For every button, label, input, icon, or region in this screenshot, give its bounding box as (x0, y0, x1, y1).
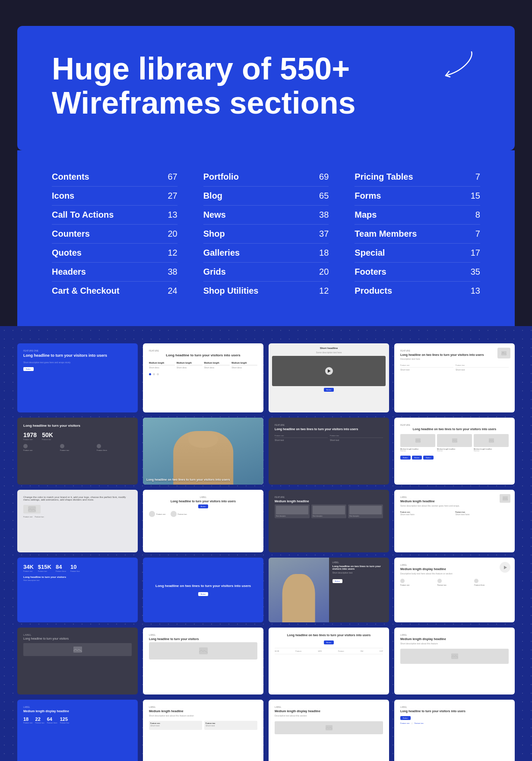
toc-item-icons[interactable]: Icons 27 (52, 187, 177, 206)
card1-btn[interactable]: Button (23, 367, 34, 371)
card16-icon1 (400, 579, 405, 583)
toc-item-news[interactable]: News 38 (203, 206, 329, 225)
toc-item-grids[interactable]: Grids 20 (203, 263, 329, 282)
card7-f2: Feature two (330, 434, 383, 437)
card24-link2b[interactable]: Feature two (415, 722, 424, 724)
card21-stat4: 125 (60, 717, 70, 722)
card2-headline: Long headline to turn your visitors into… (149, 353, 257, 357)
card19-nav6: 6.97 (380, 650, 383, 652)
toc-item-cta[interactable]: Call To Actions 13 (52, 206, 177, 225)
preview-card-17[interactable]: LABEL Long headline to turn your visitor… (17, 628, 138, 694)
preview-card-20[interactable]: LABEL Medium length display headline Sho… (394, 628, 515, 694)
preview-card-3[interactable]: Short headline Some description text her… (269, 343, 389, 412)
toc-label-products: Products (355, 286, 392, 296)
preview-card-16[interactable]: LABEL Medium length display headline Des… (394, 558, 515, 622)
previews-section: FEATURE ONE Long headline to turn your v… (0, 326, 532, 761)
card8-btn1[interactable]: Button (400, 456, 411, 460)
card14-btn[interactable]: Button (198, 592, 209, 596)
toc-label-quotes: Quotes (52, 248, 82, 258)
toc-label-grids: Grids (203, 267, 226, 277)
card12-label: LABEL (400, 496, 509, 498)
preview-card-24[interactable]: LABEL Long headline to turn your visitor… (394, 700, 515, 761)
preview-card-2[interactable]: FEATURE Long headline to turn your visit… (143, 343, 263, 412)
preview-card-5[interactable]: Long headline to turn your visitors 1978… (17, 418, 138, 485)
toc-label-special: Special (355, 248, 385, 258)
card16-play[interactable] (500, 562, 510, 573)
preview-card-23[interactable]: LABEL Medium length display headline Des… (269, 700, 389, 761)
toc-item-quotes[interactable]: Quotes 12 (52, 244, 177, 263)
card22-text: Short descriptive text about this featur… (149, 714, 257, 717)
card15-btn[interactable]: Button (332, 579, 343, 583)
card18-label: LABEL (149, 634, 257, 636)
card5-feat2: Feature two (60, 449, 95, 451)
preview-card-18[interactable]: LABEL Long headline to turn your visitor… (143, 628, 263, 694)
toc-item-shop[interactable]: Shop 37 (203, 225, 329, 244)
card24-link1[interactable]: Feature one (400, 722, 410, 724)
toc-item-headers[interactable]: Headers 38 (52, 263, 177, 282)
toc-item-portfolio[interactable]: Portfolio 69 (203, 168, 329, 187)
preview-card-15[interactable]: LABEL Long headline on two lines to turn… (269, 558, 389, 622)
toc-item-contents[interactable]: Contents 67 (52, 168, 177, 187)
toc-item-galleries[interactable]: Galleries 18 (203, 244, 329, 263)
toc-grid: Contents 67 Icons 27 Call To Actions 13 … (52, 168, 480, 300)
card10-avatar2 (171, 511, 177, 517)
card19-btn[interactable]: Button (324, 641, 334, 644)
preview-card-14[interactable]: Long headline on two lines to turn your … (143, 558, 263, 622)
preview-card-22[interactable]: LABEL Medium length headline Short descr… (143, 700, 263, 761)
card12-text: Some descriptive text about this section… (400, 504, 509, 507)
toc-item-products[interactable]: Products 13 (355, 282, 480, 300)
preview-card-4[interactable]: FEATURE Long headline on two lines to tu… (394, 343, 515, 412)
card10-avatars: Feature one Feature two (149, 511, 257, 517)
card8-cards: Medium length headline Short text Medium… (400, 434, 509, 452)
card10-avatar1 (149, 511, 155, 517)
toc-item-shop-utilities[interactable]: Shop Utilities 12 (203, 282, 329, 300)
card2-col1-title: Medium length (149, 361, 175, 364)
card8-btn2[interactable]: Button (412, 456, 422, 460)
preview-card-6[interactable]: Long headline on two lines to turn your … (143, 418, 263, 485)
toc-item-blog[interactable]: Blog 65 (203, 187, 329, 206)
preview-card-10[interactable]: LABEL Long headline to turn your visitor… (143, 490, 263, 552)
preview-card-8[interactable]: FEATURE Long headline on two lines to tu… (394, 418, 515, 485)
card11-text3: Short description (349, 515, 382, 517)
card8-btn3[interactable]: Button (423, 456, 434, 460)
preview-card-7[interactable]: FEATURE Long headline on two lines to tu… (269, 418, 389, 485)
toc-item-cart[interactable]: Cart & Checkout 24 (52, 282, 177, 300)
card21-stat3-label: Feature three (47, 722, 57, 724)
card5-stat2: 50K (42, 431, 53, 438)
card13-stat1-label: Feature one (23, 570, 34, 572)
toc-item-team[interactable]: Team Members 7 (355, 225, 480, 244)
card7-f1: Feature one (275, 434, 328, 437)
card5-feat1: Feature one (23, 449, 58, 451)
preview-card-19[interactable]: Long headline on two lines to turn your … (269, 628, 389, 694)
card3-btn[interactable]: Button (324, 388, 334, 392)
card12-headline: Medium length headline (400, 500, 509, 503)
card21-stat2-label: Feature two (35, 722, 44, 724)
preview-card-1[interactable]: FEATURE ONE Long headline to turn your v… (17, 343, 138, 412)
card20-image (400, 649, 509, 664)
card19-nav1: 34.9K (275, 650, 279, 652)
toc-label-pricing: Pricing Tables (355, 172, 413, 182)
preview-card-21[interactable]: LABEL Medium length display headline 18 … (17, 700, 138, 761)
toc-item-footers[interactable]: Footers 35 (355, 263, 480, 282)
card2-dots (149, 373, 257, 375)
toc-item-maps[interactable]: Maps 8 (355, 206, 480, 225)
preview-card-9[interactable]: Change the color to match your brand or … (17, 490, 138, 552)
toc-item-pricing[interactable]: Pricing Tables 7 (355, 168, 480, 187)
card16-icon2 (437, 579, 442, 583)
card24-btn[interactable]: Button (400, 716, 411, 720)
card10-btn[interactable]: Button (198, 504, 209, 508)
toc-item-counters[interactable]: Counters 20 (52, 225, 177, 244)
toc-item-forms[interactable]: Forms 15 (355, 187, 480, 206)
card3-play-icon[interactable] (325, 367, 333, 375)
toc-item-special[interactable]: Special 17 (355, 244, 480, 263)
card2-label: FEATURE (149, 349, 257, 352)
card4-features: Feature one Short text Feature two Short… (400, 364, 509, 373)
card8-headline: Long headline on two lines to turn your … (400, 428, 509, 431)
card4-f1: Feature one (400, 364, 453, 366)
preview-card-12[interactable]: LABEL Medium length headline Some descri… (394, 490, 515, 552)
preview-card-13[interactable]: 34K Feature one $15K Feature two 84 Feat… (17, 558, 138, 622)
card18-headline: Long headline to turn your visitors (149, 637, 257, 641)
card19-nav3: 1405 (318, 650, 322, 652)
card21-stats: 18 Feature one 22 Feature two 64 Feature… (23, 717, 132, 724)
preview-card-11[interactable]: FEATURE Medium length headline Short des… (269, 490, 389, 552)
